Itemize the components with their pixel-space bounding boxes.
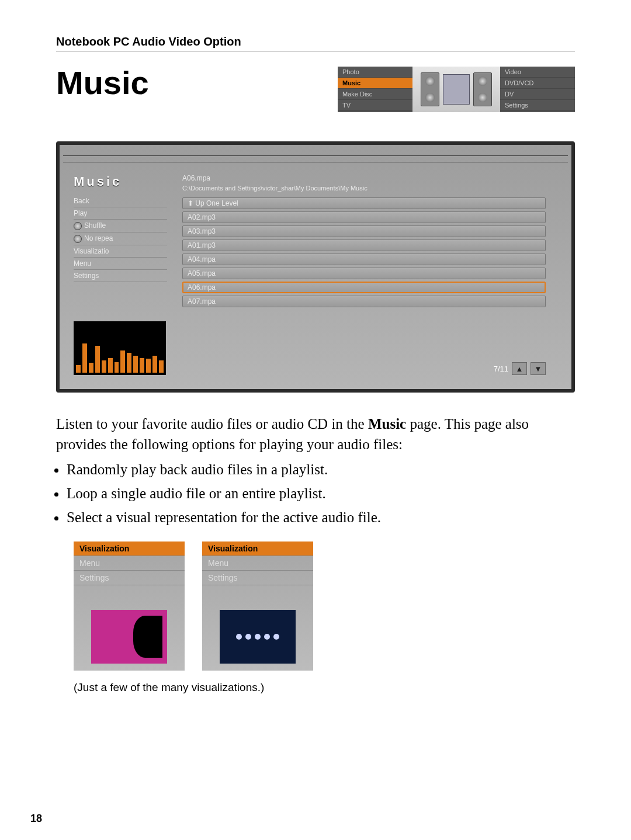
bullet-item: Select a visual representation for the a… (67, 507, 575, 527)
folder-path: C:\Documents and Settings\victor_shar\My… (182, 185, 546, 192)
bullet-item: Loop a single audio file or an entire pl… (67, 483, 575, 504)
menu-item-music[interactable]: Music (338, 78, 412, 89)
menu-item-video[interactable]: Video (500, 67, 575, 78)
doc-header: Notebook PC Audio Video Option (56, 35, 575, 51)
speaker-icon (421, 72, 439, 106)
toggle-icon (74, 235, 82, 243)
equalizer-preview (74, 321, 166, 375)
bullet-item: Randomly play back audio files in a play… (67, 459, 575, 480)
menu-item-dv[interactable]: DV (500, 89, 575, 100)
file-row[interactable]: A05.mpa (182, 268, 546, 279)
sidebar-item-play[interactable]: Play (74, 207, 167, 220)
sidebar-item-no-repeat[interactable]: No repea (74, 232, 167, 245)
body-text: Listen to your favorite audio files or a… (56, 414, 575, 527)
file-row[interactable]: A07.mpa (182, 296, 546, 307)
menu-item-make-disc[interactable]: Make Disc (338, 89, 412, 100)
sidebar-item-menu[interactable]: Menu (74, 258, 167, 270)
toggle-icon (74, 222, 82, 230)
viz-item-menu[interactable]: Menu (74, 556, 185, 571)
viz-item-settings[interactable]: Settings (202, 571, 313, 585)
file-row[interactable]: A04.mpa (182, 254, 546, 265)
menu-thumbnail: Photo Music Make Disc TV Video DVD/VCD D… (338, 67, 575, 112)
menu-center-image (412, 67, 500, 112)
menu-thumb-right: Video DVD/VCD DV Settings (500, 67, 575, 112)
sidebar-item-back[interactable]: Back (74, 195, 167, 207)
file-row[interactable]: A01.mp3 (182, 239, 546, 251)
sidebar-title: Music (74, 174, 167, 189)
file-row[interactable]: A02.mp3 (182, 211, 546, 223)
music-sidebar: Music Back Play Shuffle No repea Visuali… (74, 174, 167, 389)
file-row-selected[interactable]: A06.mpa (182, 282, 546, 293)
sidebar-item-shuffle[interactable]: Shuffle (74, 220, 167, 232)
page-number: 18 (30, 813, 42, 825)
menu-item-dvdvcd[interactable]: DVD/VCD (500, 78, 575, 89)
page-title: Music (56, 67, 149, 99)
page-up-button[interactable]: ▲ (512, 362, 527, 375)
file-row[interactable]: A03.mp3 (182, 225, 546, 237)
viz-caption: (Just a few of the many visualizations.) (74, 681, 575, 694)
viz-item-visualization[interactable]: Visualization (74, 542, 185, 556)
speaker-icon (473, 72, 492, 106)
sidebar-item-visualization[interactable]: Visualizatio (74, 245, 167, 258)
viz-item-settings[interactable]: Settings (74, 571, 185, 585)
menu-item-photo[interactable]: Photo (338, 67, 412, 78)
menu-item-settings[interactable]: Settings (500, 100, 575, 111)
viz-preview-image (220, 610, 296, 664)
viz-card-2: Visualization Menu Settings (202, 542, 313, 671)
viz-item-menu[interactable]: Menu (202, 556, 313, 571)
viz-card-1: Visualization Menu Settings (74, 542, 185, 671)
menu-thumb-left: Photo Music Make Disc TV (338, 67, 412, 112)
viz-preview-image (91, 610, 167, 664)
visualization-row: Visualization Menu Settings Visualizatio… (74, 542, 575, 671)
page-down-button[interactable]: ▼ (531, 362, 546, 375)
triangle-down-icon: ▼ (535, 365, 542, 373)
triangle-up-icon: ▲ (516, 365, 523, 373)
page-indicator: 7/11 (494, 365, 508, 373)
menu-item-tv[interactable]: TV (338, 100, 412, 111)
music-panel: Music Back Play Shuffle No repea Visuali… (56, 141, 575, 393)
file-row-up[interactable]: Up One Level (182, 197, 546, 209)
now-playing-file: A06.mpa (182, 174, 546, 182)
stereo-deck-icon (443, 74, 470, 105)
viz-item-visualization[interactable]: Visualization (202, 542, 313, 556)
sidebar-item-settings[interactable]: Settings (74, 270, 167, 282)
